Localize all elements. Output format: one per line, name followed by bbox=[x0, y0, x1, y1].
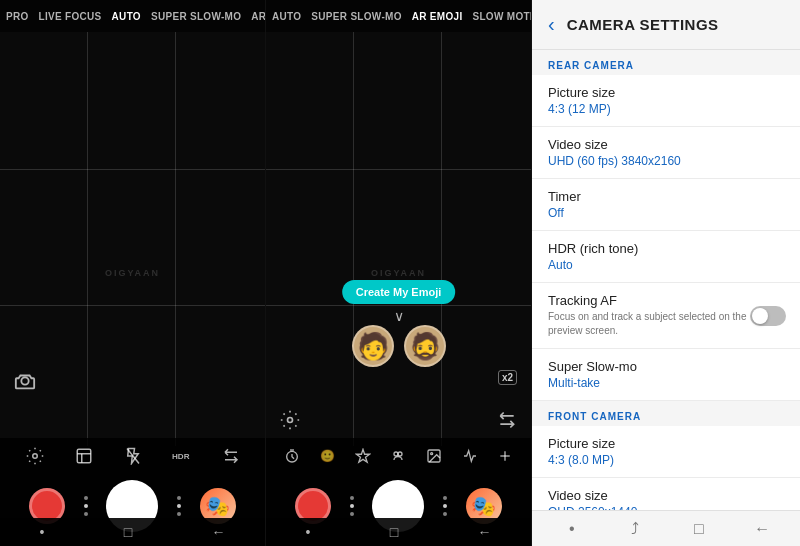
tab-pro[interactable]: PRO bbox=[6, 11, 29, 22]
emoji-face-1[interactable]: 🧑 bbox=[352, 325, 394, 367]
svg-point-10 bbox=[398, 452, 402, 456]
settings-super-slow-mo[interactable]: Super Slow-mo Multi-take bbox=[532, 349, 800, 401]
tracking-af-toggle[interactable] bbox=[750, 306, 786, 326]
tab-super-slow[interactable]: SUPER SLOW-MO bbox=[151, 11, 241, 22]
mid-nav-bar: • □ ← bbox=[266, 518, 531, 546]
flip-cam-icon-mid[interactable] bbox=[497, 410, 517, 434]
gallery-icon-mid[interactable] bbox=[420, 442, 448, 470]
mid-tab-auto[interactable]: AUTO bbox=[272, 11, 301, 22]
svg-text:HDR: HDR bbox=[172, 452, 190, 461]
mid-camera-grid bbox=[266, 32, 531, 446]
video-size-rear-value: UHD (60 fps) 3840x2160 bbox=[548, 154, 786, 168]
mid-tab-slow[interactable]: SLOW MOTION bbox=[472, 11, 531, 22]
settings-icon[interactable] bbox=[21, 442, 49, 470]
picture-size-rear-label: Picture size bbox=[548, 85, 786, 100]
tracking-af-desc: Focus on and track a subject selected on… bbox=[548, 310, 750, 338]
hdr-label: HDR (rich tone) bbox=[548, 241, 786, 256]
settings-video-size-front[interactable]: Video size QHD 2560x1440 bbox=[532, 478, 800, 510]
tab-live-focus[interactable]: LIVE FOCUS bbox=[39, 11, 102, 22]
timer-rear-value: Off bbox=[548, 206, 786, 220]
timer-rear-label: Timer bbox=[548, 189, 786, 204]
picture-size-rear-value: 4:3 (12 MP) bbox=[548, 102, 786, 116]
rear-camera-label: REAR CAMERA bbox=[532, 50, 800, 75]
heart-rate-icon[interactable] bbox=[456, 442, 484, 470]
mid-camera-tabs: AUTO SUPER SLOW-MO AR EMOJI SLOW MOTION … bbox=[266, 0, 531, 32]
left-icons-row: HDR bbox=[0, 438, 265, 474]
svg-point-0 bbox=[21, 377, 28, 384]
settings-nav-dot: • bbox=[556, 513, 588, 545]
mid-right-dots bbox=[443, 496, 447, 516]
watermark-mid: OIGYAAN bbox=[371, 268, 426, 278]
video-size-rear-label: Video size bbox=[548, 137, 786, 152]
picture-size-front-value: 4:3 (8.0 MP) bbox=[548, 453, 786, 467]
svg-rect-2 bbox=[77, 449, 91, 463]
nav-back-mid[interactable]: ← bbox=[477, 524, 491, 540]
settings-nav-square[interactable]: □ bbox=[683, 513, 715, 545]
mid-left-dots bbox=[350, 496, 354, 516]
hdr-value: Auto bbox=[548, 258, 786, 272]
settings-nav-back[interactable]: ← bbox=[746, 513, 778, 545]
settings-picture-size-front[interactable]: Picture size 4:3 (8.0 MP) bbox=[532, 426, 800, 478]
nav-dot-mid: • bbox=[306, 524, 311, 540]
settings-panel: ‹ CAMERA SETTINGS REAR CAMERA Picture si… bbox=[532, 0, 800, 546]
front-camera-label: FRONT CAMERA bbox=[532, 401, 800, 426]
create-emoji-button[interactable]: Create My Emoji bbox=[342, 280, 456, 304]
watermark-left: OIGYAAN bbox=[105, 268, 160, 278]
svg-point-15 bbox=[288, 418, 293, 423]
ar-sticker-icon[interactable] bbox=[384, 442, 412, 470]
tracking-af-label: Tracking AF bbox=[548, 293, 750, 308]
left-nav-bar: • □ ← bbox=[0, 518, 265, 546]
mid-tab-ar[interactable]: AR EMOJI bbox=[412, 11, 463, 22]
emoji-sticker-icon[interactable]: 🙂 bbox=[313, 442, 341, 470]
settings-scroll-area[interactable]: REAR CAMERA Picture size 4:3 (12 MP) Vid… bbox=[532, 50, 800, 510]
settings-icon-mid[interactable] bbox=[280, 410, 300, 434]
nav-square-left[interactable]: □ bbox=[124, 524, 132, 540]
svg-point-1 bbox=[32, 454, 37, 459]
left-camera-tabs: PRO LIVE FOCUS AUTO SUPER SLOW-MO AR EMO bbox=[0, 0, 265, 32]
timer-icon-mid[interactable] bbox=[278, 442, 306, 470]
tab-auto[interactable]: AUTO bbox=[112, 11, 141, 22]
add-icon-mid[interactable] bbox=[491, 442, 519, 470]
tab-ar-emo[interactable]: AR EMO bbox=[251, 11, 265, 22]
settings-timer-rear[interactable]: Timer Off bbox=[532, 179, 800, 231]
super-slow-mo-label: Super Slow-mo bbox=[548, 359, 786, 374]
mid-tab-super[interactable]: SUPER SLOW-MO bbox=[311, 11, 401, 22]
settings-picture-size-rear[interactable]: Picture size 4:3 (12 MP) bbox=[532, 75, 800, 127]
svg-point-12 bbox=[431, 453, 433, 455]
settings-title: CAMERA SETTINGS bbox=[567, 16, 719, 33]
settings-video-size-rear[interactable]: Video size UHD (60 fps) 3840x2160 bbox=[532, 127, 800, 179]
hdr-icon[interactable]: HDR bbox=[168, 442, 196, 470]
effects-icon[interactable] bbox=[349, 442, 377, 470]
nav-dot-left: • bbox=[40, 524, 45, 540]
settings-header: ‹ CAMERA SETTINGS bbox=[532, 0, 800, 50]
front-cam-switch-icon[interactable] bbox=[14, 370, 36, 396]
camera-grid bbox=[0, 32, 265, 446]
super-slow-mo-value: Multi-take bbox=[548, 376, 786, 390]
nav-back-left[interactable]: ← bbox=[211, 524, 225, 540]
flash-off-icon[interactable] bbox=[119, 442, 147, 470]
mid-icons-row: 🙂 bbox=[266, 438, 531, 474]
emoji-face-2[interactable]: 🧔 bbox=[404, 325, 446, 367]
nav-square-mid[interactable]: □ bbox=[390, 524, 398, 540]
settings-tracking-af[interactable]: Tracking AF Focus on and track a subject… bbox=[532, 283, 800, 349]
left-dots bbox=[84, 496, 88, 516]
flip-cam-icon[interactable] bbox=[217, 442, 245, 470]
right-dots bbox=[177, 496, 181, 516]
zoom-badge[interactable]: x2 bbox=[498, 370, 517, 385]
mid-camera-panel: AUTO SUPER SLOW-MO AR EMOJI SLOW MOTION … bbox=[266, 0, 531, 546]
settings-hdr[interactable]: HDR (rich tone) Auto bbox=[532, 231, 800, 283]
emoji-faces-row: 🧑 🧔 bbox=[352, 325, 446, 367]
left-camera-panel: PRO LIVE FOCUS AUTO SUPER SLOW-MO AR EMO… bbox=[0, 0, 265, 546]
settings-nav-share[interactable]: ⤴ bbox=[619, 513, 651, 545]
toggle-knob bbox=[752, 308, 768, 324]
picture-size-front-label: Picture size bbox=[548, 436, 786, 451]
filter-icon[interactable] bbox=[70, 442, 98, 470]
settings-nav-bar: • ⤴ □ ← bbox=[532, 510, 800, 546]
video-size-front-label: Video size bbox=[548, 488, 786, 503]
chevron-down-icon[interactable]: ∨ bbox=[394, 308, 404, 324]
back-button[interactable]: ‹ bbox=[548, 13, 555, 36]
